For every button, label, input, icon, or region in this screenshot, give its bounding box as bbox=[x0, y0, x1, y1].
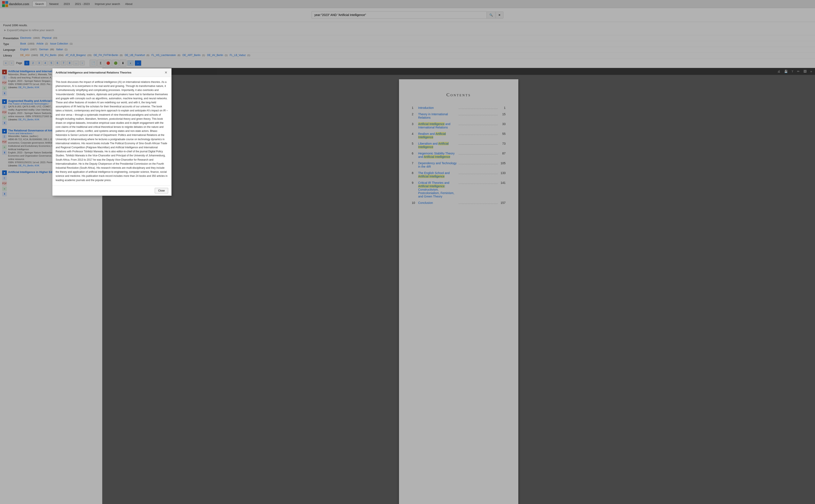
modal-footer: Close bbox=[52, 186, 171, 196]
modal-dialog: Artificial Intelligence and Internationa… bbox=[52, 68, 171, 196]
modal-overlay[interactable]: Artificial Intelligence and Internationa… bbox=[0, 0, 815, 504]
modal-close-button[interactable]: Close bbox=[155, 188, 168, 193]
modal-header: Artificial Intelligence and Internationa… bbox=[52, 68, 171, 77]
modal-title: Artificial Intelligence and Internationa… bbox=[56, 71, 131, 74]
modal-body: This book discusses the impact of artifi… bbox=[52, 77, 171, 186]
modal-close-x-button[interactable]: ✕ bbox=[164, 71, 168, 75]
